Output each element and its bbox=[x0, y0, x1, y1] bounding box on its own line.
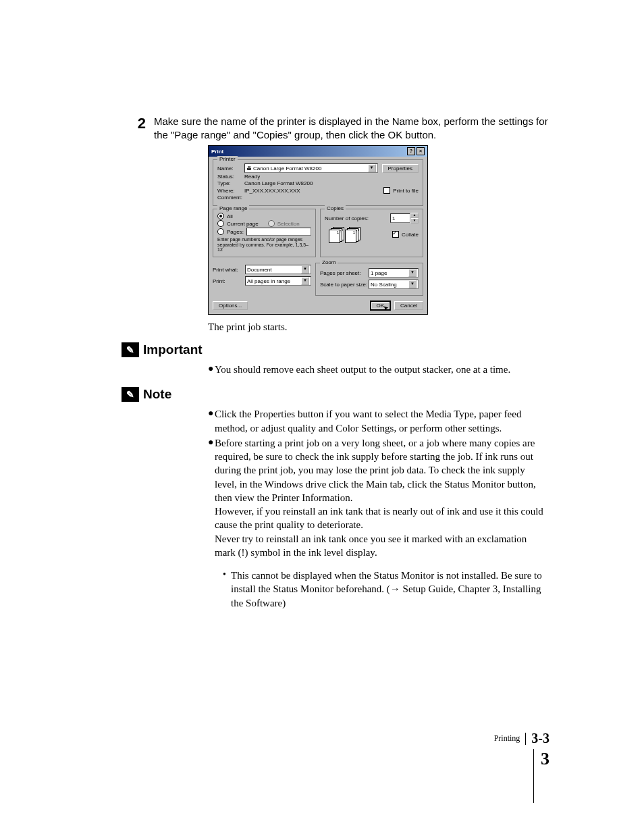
printer-group: Printer Name: 🖶 Canon Large Format W8200… bbox=[213, 159, 423, 206]
radio-pages[interactable] bbox=[217, 228, 224, 235]
printer-name-value: Canon Large Format W8200 bbox=[252, 165, 368, 172]
chevron-down-icon[interactable]: ▼ bbox=[301, 277, 309, 285]
scale-select[interactable]: No Scaling ▼ bbox=[369, 280, 419, 289]
print-to-file-label: Print to file bbox=[393, 188, 419, 194]
spinner-up-icon[interactable]: ▲ bbox=[410, 213, 419, 218]
footer-divider bbox=[525, 733, 526, 745]
step-2: 2 Make sure the name of the printer is d… bbox=[122, 115, 549, 141]
step-number: 2 bbox=[122, 115, 154, 132]
printer-icon: 🖶 bbox=[246, 165, 252, 172]
print-value: All pages in range bbox=[247, 278, 290, 284]
footer-page-number: 3-3 bbox=[531, 731, 549, 746]
step-text: Make sure the name of the printer is dis… bbox=[154, 115, 549, 141]
zoom-legend: Zoom bbox=[320, 259, 338, 265]
note-callout: ✎ Note bbox=[122, 387, 549, 402]
print-dialog: Print ? × Printer Name: 🖶 Canon Large Fo… bbox=[208, 145, 428, 315]
page-range-legend: Page range bbox=[217, 205, 249, 211]
note-item-2-p3: Never try to reinstall an ink tank once … bbox=[215, 533, 527, 558]
note-item-1-text: Click the Properties button if you want … bbox=[215, 407, 549, 435]
dialog-title: Print bbox=[211, 149, 223, 155]
important-callout: ✎ Important bbox=[122, 342, 549, 357]
num-copies-label: Number of copies: bbox=[325, 215, 390, 221]
footer-chapter-number: 3 bbox=[533, 749, 549, 803]
chevron-down-icon[interactable]: ▼ bbox=[368, 164, 376, 172]
page-footer: Printing 3-3 bbox=[494, 731, 549, 746]
footer-section: Printing bbox=[494, 733, 520, 744]
pps-select[interactable]: 1 page ▼ bbox=[369, 268, 419, 278]
radio-current-page[interactable] bbox=[217, 220, 224, 227]
note-icon: ✎ bbox=[122, 387, 139, 402]
cursor-icon: ➤ bbox=[382, 303, 389, 311]
print-job-starts-text: The print job starts. bbox=[208, 321, 549, 333]
radio-selection bbox=[268, 220, 275, 227]
spinner-down-icon[interactable]: ▼ bbox=[410, 218, 419, 224]
type-value: Canon Large Format W8200 bbox=[244, 180, 313, 186]
num-copies-spinner[interactable]: 1 ▲▼ bbox=[390, 213, 419, 224]
printer-legend: Printer bbox=[217, 156, 238, 162]
type-label: Type: bbox=[217, 180, 244, 186]
dialog-title-bar: Print ? × bbox=[209, 146, 427, 157]
important-item: ● You should remove each sheet output to… bbox=[208, 363, 549, 376]
print-label: Print: bbox=[213, 278, 245, 284]
radio-all[interactable] bbox=[217, 213, 224, 219]
collate-illustration: 321 321 bbox=[329, 227, 357, 242]
print-what-select[interactable]: Document ▼ bbox=[245, 265, 311, 274]
note-item-2-intro: Before starting a print job on a very lo… bbox=[215, 438, 536, 503]
copies-legend: Copies bbox=[325, 205, 346, 211]
printer-name-select[interactable]: 🖶 Canon Large Format W8200 ▼ bbox=[244, 163, 378, 173]
name-label: Name: bbox=[217, 165, 244, 172]
comment-label: Comment: bbox=[217, 194, 244, 201]
pages-hint: Enter page numbers and/or page ranges se… bbox=[217, 237, 311, 253]
print-to-file-checkbox[interactable] bbox=[383, 187, 390, 194]
important-title: Important bbox=[143, 342, 203, 357]
current-page-label: Current page bbox=[227, 221, 259, 227]
all-label: All bbox=[227, 213, 233, 219]
ok-button[interactable]: OK ➤ bbox=[371, 301, 391, 310]
collate-checkbox[interactable] bbox=[392, 231, 399, 238]
options-button[interactable]: Options... bbox=[213, 301, 248, 310]
note-item-2: ● Before starting a print job on a very … bbox=[208, 436, 549, 610]
print-what-label: Print what: bbox=[213, 267, 245, 273]
note-title: Note bbox=[143, 387, 171, 402]
cancel-button[interactable]: Cancel bbox=[394, 301, 423, 310]
where-label: Where: bbox=[217, 188, 244, 194]
properties-button[interactable]: Properties bbox=[382, 164, 419, 173]
status-value: Ready bbox=[244, 174, 260, 180]
note-sub-bullet: • This cannot be displayed when the Stat… bbox=[223, 569, 549, 610]
scale-value: No Scaling bbox=[371, 282, 397, 288]
pages-input[interactable] bbox=[246, 228, 311, 236]
pps-label: Pages per sheet: bbox=[320, 270, 369, 276]
print-range-select[interactable]: All pages in range ▼ bbox=[245, 276, 311, 286]
chevron-down-icon[interactable]: ▼ bbox=[408, 280, 417, 288]
collate-label: Collate bbox=[402, 232, 419, 238]
pages-label: Pages: bbox=[227, 229, 244, 235]
chevron-down-icon[interactable]: ▼ bbox=[301, 265, 309, 273]
important-item-text: You should remove each sheet output to t… bbox=[215, 363, 549, 376]
note-sub-bullet-text: This cannot be displayed when the Status… bbox=[231, 569, 549, 610]
copies-group: Copies Number of copies: 1 ▲▼ 321 321 bbox=[320, 209, 423, 257]
print-what-value: Document bbox=[247, 267, 271, 273]
chevron-down-icon[interactable]: ▼ bbox=[408, 269, 417, 277]
scale-label: Scale to paper size: bbox=[320, 282, 369, 288]
note-item-2-p2: However, if you reinstall an ink tank th… bbox=[215, 506, 543, 530]
help-icon[interactable]: ? bbox=[407, 147, 415, 155]
num-copies-value: 1 bbox=[392, 215, 395, 221]
page-range-group: Page range All Current page Selection Pa… bbox=[213, 209, 316, 257]
pps-value: 1 page bbox=[371, 270, 387, 276]
where-value: IP_XXX.XXX.XXX.XXX bbox=[244, 188, 300, 194]
selection-label: Selection bbox=[277, 221, 300, 227]
important-icon: ✎ bbox=[122, 342, 139, 357]
close-icon[interactable]: × bbox=[417, 147, 425, 155]
note-item-1: ● Click the Properties button if you wan… bbox=[208, 407, 549, 435]
status-label: Status: bbox=[217, 174, 244, 180]
zoom-group: Zoom Pages per sheet: 1 page ▼ Scale to … bbox=[315, 263, 423, 296]
